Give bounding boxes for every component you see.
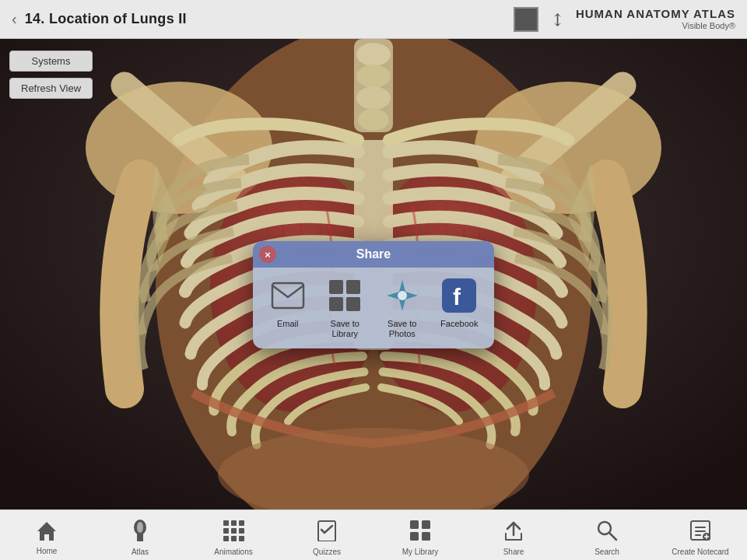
home-icon	[36, 520, 58, 544]
email-share-icon	[269, 277, 307, 314]
nav-home[interactable]: Home	[0, 510, 93, 560]
page-title: 14. Location of Lungs II	[25, 11, 187, 27]
svg-rect-25	[137, 534, 143, 541]
svg-point-24	[137, 522, 143, 533]
library-share-label: Save to Library	[320, 319, 370, 339]
svg-marker-22	[37, 522, 56, 541]
svg-rect-34	[239, 536, 244, 541]
svg-rect-30	[231, 528, 237, 534]
svg-line-41	[609, 533, 616, 540]
side-buttons-panel: Systems Refresh View	[9, 51, 93, 99]
nav-atlas-label: Atlas	[132, 548, 149, 556]
svg-point-5	[356, 86, 391, 110]
svg-rect-17	[346, 297, 360, 311]
svg-rect-16	[329, 297, 343, 311]
svg-rect-39	[422, 532, 430, 541]
nav-share-label: Share	[503, 548, 524, 556]
nav-quizzes-label: Quizzes	[313, 548, 341, 556]
app-title-main: Human Anatomy Atlas	[576, 7, 735, 21]
svg-rect-38	[410, 532, 419, 541]
share-option-email[interactable]: Email	[262, 277, 313, 329]
nav-animations-label: Animations	[214, 548, 252, 556]
nav-atlas[interactable]: Atlas	[93, 510, 187, 560]
my-library-icon	[409, 520, 431, 544]
svg-rect-33	[231, 536, 237, 541]
nav-search[interactable]: Search	[560, 510, 654, 560]
share-option-facebook[interactable]: f Facebook	[434, 277, 485, 329]
nav-home-label: Home	[37, 547, 58, 555]
create-notecard-icon	[689, 520, 711, 544]
close-icon: ×	[265, 249, 271, 261]
share-dialog-header: × Share	[253, 241, 494, 268]
photos-share-icon	[384, 277, 421, 314]
animations-icon	[223, 520, 244, 544]
bottom-navigation-bar: Home Atlas Animations	[0, 509, 747, 560]
svg-point-19	[398, 291, 407, 300]
top-navigation-bar: ‹ 14. Location of Lungs II ⤡ Human Anato…	[0, 0, 747, 39]
top-bar-left: ‹ 14. Location of Lungs II	[12, 10, 187, 28]
app-title-sub: Visible Body®	[576, 21, 735, 31]
nav-my-library-label: My Library	[402, 548, 439, 556]
atlas-icon	[131, 520, 149, 544]
share-dialog-title: Share	[356, 247, 391, 261]
svg-rect-32	[223, 536, 229, 541]
svg-rect-26	[223, 520, 229, 526]
refresh-view-button[interactable]: Refresh View	[9, 78, 93, 99]
share-options-container: Email Save to Library	[253, 268, 494, 348]
facebook-share-label: Facebook	[440, 319, 478, 329]
svg-rect-14	[329, 280, 343, 294]
nav-animations[interactable]: Animations	[187, 510, 280, 560]
top-bar-right: ⤡ Human Anatomy Atlas Visible Body®	[514, 7, 735, 32]
nav-quizzes[interactable]: Quizzes	[280, 510, 374, 560]
svg-rect-36	[410, 520, 419, 529]
library-share-icon	[326, 277, 363, 314]
photos-share-label: Save to Photos	[377, 319, 427, 339]
search-icon	[596, 520, 618, 544]
share-option-photos[interactable]: Save to Photos	[377, 277, 427, 339]
svg-text:f: f	[453, 284, 461, 310]
svg-rect-15	[346, 280, 360, 294]
share-close-button[interactable]: ×	[259, 246, 276, 263]
expand-icon[interactable]: ⤡	[545, 7, 569, 31]
svg-rect-29	[223, 528, 229, 534]
quizzes-icon	[317, 520, 337, 544]
svg-rect-27	[231, 520, 237, 526]
svg-rect-13	[272, 283, 303, 308]
svg-point-4	[356, 65, 391, 88]
svg-rect-37	[422, 520, 430, 529]
share-dialog: × Share Email	[253, 241, 494, 348]
svg-rect-28	[239, 520, 244, 526]
nav-share[interactable]: Share	[467, 510, 560, 560]
facebook-share-icon: f	[440, 277, 478, 314]
back-arrow-icon: ‹	[12, 10, 17, 28]
svg-point-3	[356, 43, 391, 66]
app-branding: Human Anatomy Atlas Visible Body®	[576, 7, 735, 31]
systems-button[interactable]: Systems	[9, 51, 93, 72]
nav-create-notecard[interactable]: Create Notecard	[654, 510, 747, 560]
share-icon	[503, 520, 524, 544]
back-button[interactable]: ‹	[12, 10, 17, 28]
thumbnail-preview[interactable]	[514, 7, 538, 32]
share-option-library[interactable]: Save to Library	[320, 277, 370, 339]
svg-point-6	[358, 109, 389, 131]
nav-create-notecard-label: Create Notecard	[672, 548, 728, 556]
nav-my-library[interactable]: My Library	[374, 510, 467, 560]
email-share-label: Email	[277, 319, 299, 329]
svg-rect-31	[239, 528, 244, 534]
nav-search-label: Search	[594, 548, 619, 556]
